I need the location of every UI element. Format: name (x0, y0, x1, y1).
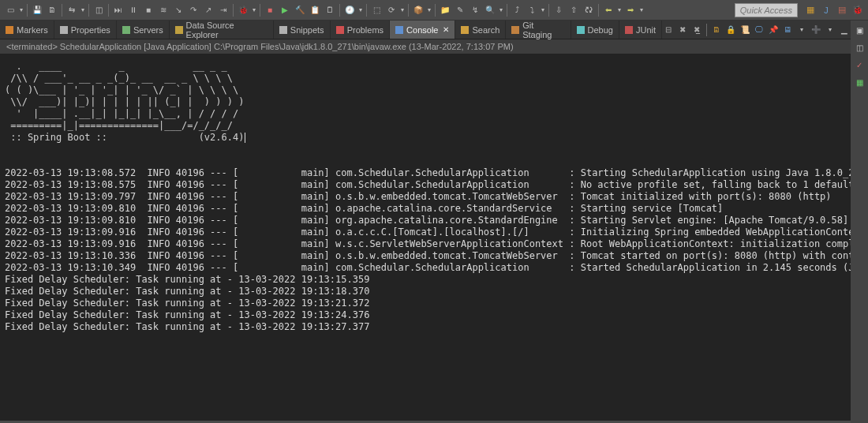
dropdown-icon[interactable]: ▾ (498, 3, 504, 17)
tab-label: Servers (133, 25, 163, 35)
word-wrap-icon[interactable]: 📜 (739, 24, 751, 36)
console-output[interactable]: . ____ _ __ _ _ /\\ / ___'_ __ _ _(_)_ _… (0, 54, 868, 421)
dropdown-icon[interactable]: ▾ (251, 3, 257, 17)
dropdown-icon[interactable]: ▾ (638, 3, 645, 17)
tab-console[interactable]: Console✕ (390, 21, 455, 39)
dropdown-icon[interactable]: ▾ (399, 3, 406, 17)
tab-snippets[interactable]: Snippets (274, 21, 331, 39)
dropdown-icon[interactable]: ▾ (616, 3, 623, 17)
debug-perspective-icon[interactable]: 🐞 (851, 3, 865, 17)
dropdown-icon[interactable]: ▾ (80, 3, 86, 17)
pin-console-icon[interactable]: 📌 (767, 24, 780, 36)
dropdown-icon[interactable]: ▾ (18, 3, 24, 17)
separator (233, 4, 234, 17)
tab-icon (122, 26, 130, 34)
step-over-icon[interactable]: ↷ (186, 3, 200, 17)
minimize-icon[interactable]: ▁ (838, 24, 851, 36)
dropdown-icon[interactable]: ▾ (426, 3, 432, 17)
tab-label: Debug (588, 25, 613, 35)
resource-perspective-icon[interactable]: ▤ (835, 3, 849, 17)
tab-label: JUnit (636, 25, 656, 35)
tests-icon[interactable]: 📋 (308, 3, 322, 17)
outline-icon[interactable]: ◫ (853, 41, 866, 54)
tab-properties[interactable]: Properties (54, 21, 117, 39)
trim-stack: ▣ ◫ ✓ ▦ (851, 21, 868, 423)
nav-icon[interactable]: ⤴ (510, 3, 524, 17)
open-perspective-icon[interactable]: ▦ (803, 3, 817, 17)
remove-launch-icon[interactable]: ✖̲ (690, 24, 703, 36)
caret-icon (245, 133, 245, 143)
fwd-icon[interactable]: ➡ (623, 3, 638, 17)
tab-data-source-explorer[interactable]: Data Source Explorer (170, 21, 274, 39)
tab-git-staging[interactable]: Git Staging (506, 21, 571, 39)
dropdown-icon[interactable]: ▾ (824, 24, 836, 36)
tab-problems[interactable]: Problems (331, 21, 390, 39)
terminate-remove-icon[interactable]: ⊟ (662, 24, 675, 36)
stop-icon[interactable]: ■ (141, 3, 155, 17)
launch-status: <terminated> SchedularApplication [Java … (0, 39, 868, 54)
tab-junit[interactable]: JUnit (619, 21, 662, 39)
separator (507, 4, 507, 17)
tab-servers[interactable]: Servers (117, 21, 170, 39)
tab-icon (625, 26, 633, 34)
tab-icon (395, 26, 403, 34)
dropdown-icon[interactable]: ▾ (540, 3, 546, 17)
history-icon[interactable]: 🕘 (342, 3, 357, 17)
tab-debug[interactable]: Debug (571, 21, 619, 39)
next-ann-icon[interactable]: ⇩ (552, 3, 566, 17)
dropdown-icon[interactable]: ▾ (357, 3, 364, 17)
skip-icon[interactable]: ⏭ (111, 3, 125, 17)
save-all-icon[interactable]: 🗎 (45, 3, 59, 17)
debug-icon[interactable]: 🐞 (236, 3, 250, 17)
tab-search[interactable]: Search (455, 21, 506, 39)
separator (88, 4, 89, 17)
separator (706, 24, 707, 36)
boot-dash-icon[interactable]: ▦ (853, 76, 866, 88)
java-perspective-icon[interactable]: J (819, 3, 833, 17)
prev-ann-icon[interactable]: ⇧ (567, 3, 581, 17)
wand-icon[interactable]: ↯ (468, 3, 482, 17)
tasks-icon[interactable]: 🗒 (323, 3, 337, 17)
scroll-lock-icon[interactable]: 🔒 (724, 24, 737, 36)
back-icon[interactable]: ⬅ (601, 3, 615, 17)
restore-icon[interactable]: ▣ (853, 24, 866, 36)
search-icon[interactable]: 🔍 (483, 3, 497, 17)
step-return-icon[interactable]: ↗ (201, 3, 215, 17)
edit-icon[interactable]: ✎ (453, 3, 467, 17)
separator (366, 4, 367, 17)
sync-icon[interactable]: ⟳ (384, 3, 398, 17)
separator (108, 4, 109, 17)
tab-icon (577, 26, 585, 34)
pause-icon[interactable]: ⏸ (126, 3, 140, 17)
step-into-icon[interactable]: ↘ (171, 3, 185, 17)
separator (408, 4, 409, 17)
nav-icon[interactable]: ⤵ (525, 3, 539, 17)
refresh-icon[interactable]: 🗘 (582, 3, 596, 17)
resume-icon[interactable]: ⇥ (216, 3, 230, 17)
tasklist-icon[interactable]: ✓ (853, 58, 866, 71)
open-console-icon[interactable]: ➕ (810, 24, 822, 36)
new-icon[interactable]: ▭ (3, 3, 17, 17)
tab-markers[interactable]: Markers (0, 21, 54, 39)
save-icon[interactable]: 💾 (30, 3, 44, 17)
close-icon[interactable]: ✕ (443, 25, 449, 34)
clear-console-icon[interactable]: 🗎 (710, 24, 723, 36)
stop-run-icon[interactable]: ■ (263, 3, 277, 17)
separator (435, 4, 436, 17)
prev-icon[interactable]: ⬚ (369, 3, 383, 17)
separator (598, 4, 599, 17)
tab-icon (336, 26, 344, 34)
build-icon[interactable]: 🔨 (293, 3, 307, 17)
switch-icon[interactable]: ⇆ (65, 3, 79, 17)
box-icon[interactable]: ◫ (92, 3, 106, 17)
tab-label: Problems (347, 25, 383, 35)
disconnect-icon[interactable]: ≋ (156, 3, 170, 17)
run-icon[interactable]: ▶ (278, 3, 292, 17)
display-selected-icon[interactable]: 🖥 (781, 24, 794, 36)
remove-all-icon[interactable]: ✖ (676, 24, 689, 36)
show-console-icon[interactable]: 🖵 (753, 24, 765, 36)
folder-icon[interactable]: 📁 (438, 3, 452, 17)
quick-access-box[interactable]: Quick Access (735, 3, 798, 17)
dropdown-icon[interactable]: ▾ (795, 24, 808, 36)
pkg-icon[interactable]: 📦 (411, 3, 425, 17)
